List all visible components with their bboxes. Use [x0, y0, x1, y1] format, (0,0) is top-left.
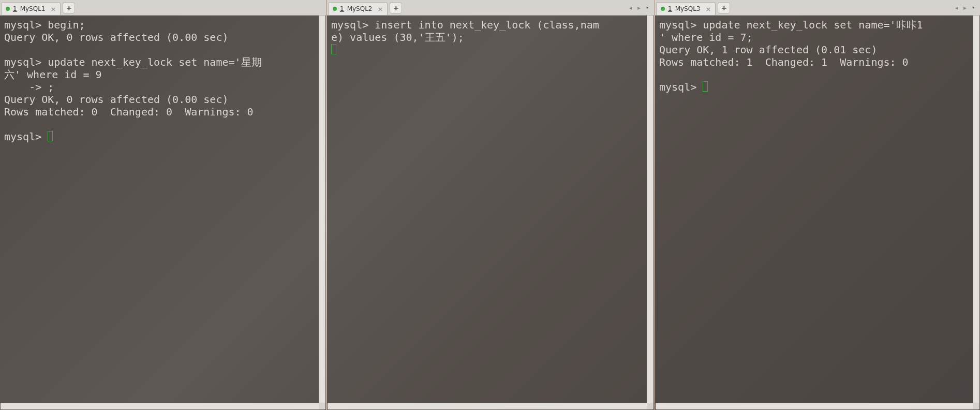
- chevron-down-icon[interactable]: ▾: [970, 4, 977, 11]
- cursor-icon: [331, 44, 336, 54]
- terminal-pane-3: 1 MySQL3 × + ◂ ▸ ▾ mysql> update next_ke…: [655, 0, 980, 410]
- scrollbar-horizontal[interactable]: [1, 403, 319, 409]
- new-tab-button[interactable]: +: [718, 2, 730, 13]
- tab-mysql2[interactable]: 1 MySQL2 ×: [328, 2, 388, 15]
- terminal-text: mysql> update next_key_lock set name='咔咔…: [659, 19, 923, 93]
- tab-number: 1: [668, 5, 672, 12]
- terminal-output-2[interactable]: mysql> insert into next_key_lock (class,…: [327, 16, 654, 410]
- nav-prev-icon[interactable]: ◂: [627, 3, 634, 12]
- new-tab-button[interactable]: +: [390, 2, 402, 13]
- terminal-text: mysql> insert into next_key_lock (class,…: [331, 19, 599, 43]
- nav-buttons: ◂ ▸ ▾: [627, 0, 654, 15]
- terminal-pane-1: 1 MySQL1 × + mysql> begin; Query OK, 0 r…: [0, 0, 326, 410]
- status-dot-icon: [661, 7, 665, 11]
- terminal-output-1[interactable]: mysql> begin; Query OK, 0 rows affected …: [0, 16, 326, 410]
- terminal-pane-2: 1 MySQL2 × + ◂ ▸ ▾ mysql> insert into ne…: [327, 0, 654, 410]
- nav-prev-icon[interactable]: ◂: [953, 3, 960, 12]
- tab-label: MySQL2: [347, 5, 373, 12]
- tab-number: 1: [13, 5, 17, 12]
- scrollbar-vertical[interactable]: [319, 16, 325, 403]
- tab-bar-1: 1 MySQL1 × +: [0, 0, 326, 16]
- scroll-corner: [973, 403, 979, 409]
- status-dot-icon: [333, 7, 337, 11]
- tab-label: MySQL1: [20, 5, 46, 12]
- tab-label: MySQL3: [675, 5, 701, 12]
- terminal-output-3[interactable]: mysql> update next_key_lock set name='咔咔…: [655, 16, 980, 410]
- scrollbar-horizontal[interactable]: [328, 403, 647, 409]
- tab-mysql1[interactable]: 1 MySQL1 ×: [1, 2, 61, 15]
- scrollbar-vertical[interactable]: [973, 16, 979, 403]
- nav-buttons: ◂ ▸ ▾: [953, 0, 980, 15]
- tab-bar-2: 1 MySQL2 × + ◂ ▸ ▾: [327, 0, 654, 16]
- scrollbar-horizontal[interactable]: [656, 403, 973, 409]
- nav-next-icon[interactable]: ▸: [635, 3, 643, 12]
- close-icon[interactable]: ×: [50, 5, 56, 13]
- terminal-text: mysql> begin; Query OK, 0 rows affected …: [4, 19, 262, 143]
- tab-mysql3[interactable]: 1 MySQL3 ×: [656, 2, 716, 15]
- status-dot-icon: [6, 7, 10, 11]
- scroll-corner: [319, 403, 325, 409]
- cursor-icon: [48, 131, 53, 141]
- cursor-icon: [703, 81, 708, 92]
- close-icon[interactable]: ×: [377, 5, 383, 13]
- scroll-corner: [647, 403, 654, 409]
- scrollbar-vertical[interactable]: [647, 16, 654, 403]
- tab-bar-3: 1 MySQL3 × + ◂ ▸ ▾: [655, 0, 980, 16]
- tab-number: 1: [340, 5, 344, 12]
- new-tab-button[interactable]: +: [63, 2, 75, 13]
- close-icon[interactable]: ×: [705, 5, 711, 13]
- chevron-down-icon[interactable]: ▾: [644, 4, 651, 11]
- nav-next-icon[interactable]: ▸: [961, 3, 969, 12]
